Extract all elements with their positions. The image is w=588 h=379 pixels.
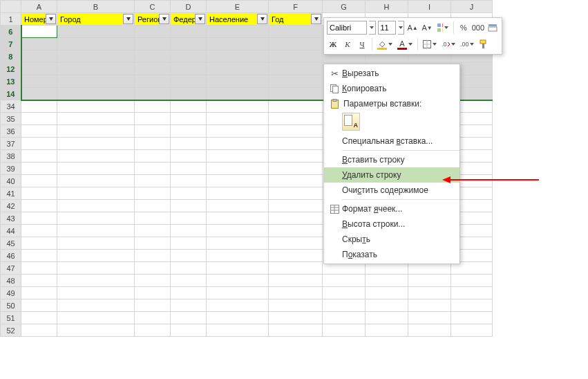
menu-format-cells[interactable]: Формат ячеек... [324, 201, 459, 216]
cell[interactable] [207, 50, 269, 63]
cell[interactable] [269, 200, 323, 212]
cell[interactable] [57, 250, 135, 262]
cell[interactable] [57, 212, 135, 225]
cell[interactable] [408, 275, 451, 287]
font-color-button[interactable]: A [396, 37, 414, 51]
row-header[interactable]: 39 [1, 163, 21, 175]
cell[interactable] [269, 275, 323, 287]
cell[interactable] [135, 187, 171, 200]
cell[interactable] [21, 38, 57, 50]
cell[interactable] [207, 138, 269, 150]
cell[interactable] [135, 299, 171, 312]
cell[interactable] [57, 200, 135, 212]
cell[interactable] [135, 88, 171, 100]
cell[interactable] [135, 125, 171, 138]
filter-button[interactable] [123, 14, 133, 24]
cell[interactable] [135, 225, 171, 237]
row-header[interactable]: 48 [1, 275, 21, 287]
title-cell-population[interactable]: Население [207, 13, 269, 26]
cell[interactable] [57, 88, 135, 100]
cell[interactable] [57, 26, 135, 38]
cell[interactable] [171, 163, 207, 175]
cell[interactable] [269, 138, 323, 150]
underline-button[interactable]: Ч [356, 37, 368, 51]
cell[interactable] [451, 324, 493, 337]
cell[interactable] [207, 212, 269, 225]
cell[interactable] [207, 250, 269, 262]
font-size-input[interactable] [378, 21, 396, 35]
cell[interactable] [269, 212, 323, 225]
cell[interactable] [207, 299, 269, 312]
cell[interactable] [57, 312, 135, 324]
cell[interactable] [135, 312, 171, 324]
row-header[interactable]: 8 [1, 50, 21, 63]
fill-color-button[interactable]: ◇ [376, 37, 394, 51]
cell[interactable] [21, 138, 57, 150]
title-cell-year[interactable]: Год [269, 13, 323, 26]
menu-row-height[interactable]: Высота строки... [324, 216, 459, 232]
cell[interactable] [269, 175, 323, 187]
row-header[interactable]: 43 [1, 212, 21, 225]
cell[interactable] [171, 138, 207, 150]
row-header[interactable]: 49 [1, 287, 21, 299]
menu-cut[interactable]: ✂ Вырезать [324, 66, 459, 81]
cell[interactable] [171, 175, 207, 187]
cell[interactable] [135, 175, 171, 187]
cell[interactable] [207, 63, 269, 75]
cell[interactable] [269, 38, 323, 50]
cell[interactable] [57, 262, 135, 275]
row-header[interactable]: 44 [1, 225, 21, 237]
cell[interactable] [269, 299, 323, 312]
cell[interactable] [171, 324, 207, 337]
cell[interactable] [366, 287, 408, 299]
row-header[interactable]: 51 [1, 312, 21, 324]
cell[interactable] [408, 299, 451, 312]
cell[interactable] [323, 324, 366, 337]
cell[interactable] [366, 299, 408, 312]
cell[interactable] [135, 237, 171, 250]
cell[interactable] [57, 125, 135, 138]
cell[interactable] [57, 113, 135, 125]
cell[interactable] [207, 200, 269, 212]
cell[interactable] [171, 26, 207, 38]
col-header-A[interactable]: A [21, 1, 57, 13]
cell[interactable] [269, 50, 323, 63]
cell[interactable] [323, 299, 366, 312]
number-format-button[interactable] [486, 21, 499, 35]
menu-copy[interactable]: Копировать [324, 81, 459, 96]
cell[interactable] [171, 75, 207, 88]
cell[interactable] [269, 75, 323, 88]
cell[interactable] [269, 100, 323, 113]
cell[interactable] [269, 225, 323, 237]
title-cell-city[interactable]: Город [57, 13, 135, 26]
cell[interactable] [171, 287, 207, 299]
cell[interactable] [171, 225, 207, 237]
menu-delete-row[interactable]: Удалить строку [324, 167, 459, 183]
cell[interactable] [171, 299, 207, 312]
cell[interactable] [171, 275, 207, 287]
row-header[interactable]: 40 [1, 175, 21, 187]
cell[interactable] [135, 63, 171, 75]
cell[interactable] [57, 38, 135, 50]
cell[interactable] [135, 138, 171, 150]
cell[interactable] [269, 113, 323, 125]
cell[interactable] [269, 150, 323, 163]
cell[interactable] [21, 163, 57, 175]
cell[interactable] [269, 324, 323, 337]
row-header[interactable]: 34 [1, 100, 21, 113]
cell[interactable] [21, 88, 57, 100]
cell[interactable] [269, 63, 323, 75]
cell[interactable] [21, 250, 57, 262]
cell[interactable] [207, 150, 269, 163]
cell[interactable] [21, 113, 57, 125]
col-header-C[interactable]: C [135, 1, 171, 13]
cell[interactable] [57, 50, 135, 63]
menu-hide[interactable]: Скрыть [324, 232, 459, 247]
cell[interactable] [323, 312, 366, 324]
cell[interactable] [207, 38, 269, 50]
filter-button[interactable] [159, 14, 169, 24]
cell[interactable] [207, 324, 269, 337]
cell[interactable] [135, 275, 171, 287]
cell[interactable] [21, 200, 57, 212]
cell[interactable] [21, 50, 57, 63]
